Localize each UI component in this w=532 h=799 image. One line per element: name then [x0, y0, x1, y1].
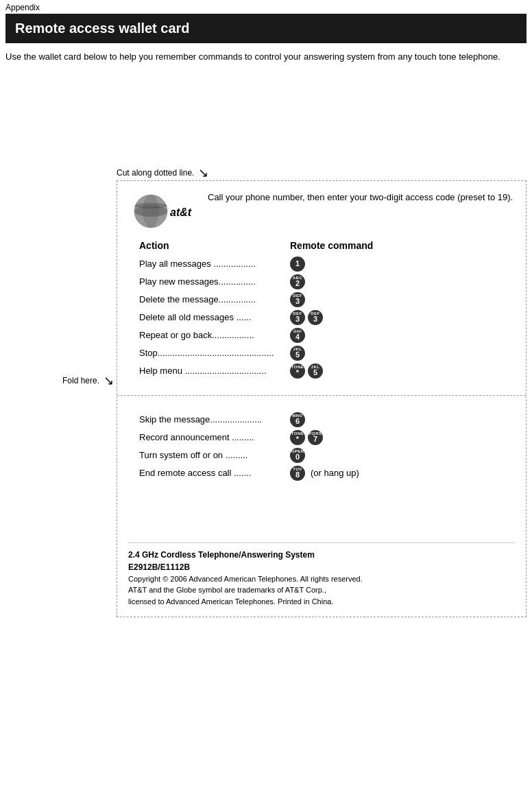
cmd-area: DEF3: [290, 292, 504, 307]
key-button: JKL5: [290, 346, 305, 361]
action-row: Play all messages .................1: [139, 255, 504, 273]
action-row: Turn system off or on .........OPER0: [139, 446, 504, 464]
key-button: TONE*: [290, 363, 305, 379]
fold-arrow-icon: ↘: [104, 373, 114, 388]
key-button: MNO6: [290, 412, 305, 427]
footer-line2: E2912B/E1112B: [128, 561, 515, 573]
wallet-top-section: at&t Call your phone number, then enter …: [117, 181, 526, 396]
hang-up-text: (or hang up): [311, 468, 359, 478]
action-desc: Delete the message...............: [139, 294, 290, 305]
action-row: Stop....................................…: [139, 344, 504, 362]
action-table-top: Action Remote command Play all messages …: [128, 232, 515, 385]
action-row: Help menu ..............................…: [139, 362, 504, 380]
wallet-top-desc: Call your phone number, then enter your …: [208, 191, 513, 204]
action-desc: Delete all old messages ......: [139, 312, 290, 322]
page-title: Remote access wallet card: [15, 21, 517, 36]
action-row: Skip the message.....................MNO…: [139, 411, 504, 429]
cmd-area: TONE*PQRS7: [290, 430, 504, 445]
cmd-area: DEF3DEF3: [290, 310, 504, 325]
att-logo: at&t: [128, 191, 197, 232]
action-desc: End remote access call .......: [139, 468, 290, 478]
fold-label: Fold here.: [62, 376, 99, 385]
action-desc: Stop....................................…: [139, 348, 290, 358]
action-header: Action: [139, 240, 290, 251]
action-desc: Skip the message.....................: [139, 414, 290, 425]
cmd-area: JKL5: [290, 346, 504, 361]
cmd-area: 1: [290, 257, 504, 272]
action-row: Play new messages...............ABC2: [139, 273, 504, 291]
header-bar: Remote access wallet card: [5, 14, 527, 43]
action-desc: Help menu ..............................…: [139, 366, 290, 376]
action-row: Delete all old messages ......DEF3DEF3: [139, 309, 504, 326]
key-button: 1: [290, 257, 305, 272]
key-button: DEF3: [308, 310, 323, 325]
footer-line4: AT&T and the Globe symbol are trademarks…: [128, 584, 515, 596]
page-label: Appendix: [0, 0, 532, 14]
wallet-bottom-section: Skip the message.....................MNO…: [117, 396, 526, 617]
action-desc: Play new messages...............: [139, 276, 290, 287]
cmd-area: MNO6: [290, 412, 504, 427]
action-table-bottom: Skip the message.....................MNO…: [128, 405, 515, 488]
footer-line1: 2.4 GHz Cordless Telephone/Answering Sys…: [128, 549, 515, 561]
cmd-area: TONE*JKL5: [290, 363, 504, 379]
cmd-area: ABC2: [290, 274, 504, 289]
svg-point-3: [134, 203, 167, 208]
key-button: OPER0: [290, 448, 305, 463]
action-desc: Record announcement .........: [139, 432, 290, 442]
command-header: Remote command: [290, 240, 504, 251]
key-button: TONE*: [290, 430, 305, 445]
action-row: Delete the message...............DEF3: [139, 291, 504, 309]
action-row: End remote access call .......TUV8(or ha…: [139, 464, 504, 482]
wallet-card: at&t Call your phone number, then enter …: [117, 180, 527, 618]
cmd-area: OPER0: [290, 448, 504, 463]
action-row: Record announcement .........TONE*PQRS7: [139, 429, 504, 446]
key-button: DEF3: [290, 292, 305, 307]
action-desc: Turn system off or on .........: [139, 450, 290, 460]
key-button: GHI4: [290, 328, 305, 343]
footer-line3: Copyright © 2006 Advanced American Telep…: [128, 573, 515, 585]
fold-label-area: Fold here. ↘: [62, 373, 114, 388]
cmd-area: TUV8(or hang up): [290, 466, 504, 481]
intro-text: Use the wallet card below to help you re…: [0, 50, 532, 69]
action-desc: Repeat or go back.................: [139, 330, 290, 340]
key-button: JKL5: [308, 363, 323, 379]
cmd-area: GHI4: [290, 328, 504, 343]
wallet-footer: 2.4 GHz Cordless Telephone/Answering Sys…: [128, 542, 515, 608]
action-desc: Play all messages .................: [139, 259, 290, 269]
cut-label: Cut along dotted line.: [117, 168, 194, 178]
footer-line5: licensed to Advanced American Telephones…: [128, 596, 515, 608]
key-button: ABC2: [290, 274, 305, 289]
svg-text:at&t: at&t: [170, 206, 192, 218]
cut-arrow-icon: ↘: [198, 165, 208, 180]
key-button: PQRS7: [308, 430, 323, 445]
key-button: TUV8: [290, 466, 305, 481]
key-button: DEF3: [290, 310, 305, 325]
action-row: Repeat or go back.................GHI4: [139, 326, 504, 344]
